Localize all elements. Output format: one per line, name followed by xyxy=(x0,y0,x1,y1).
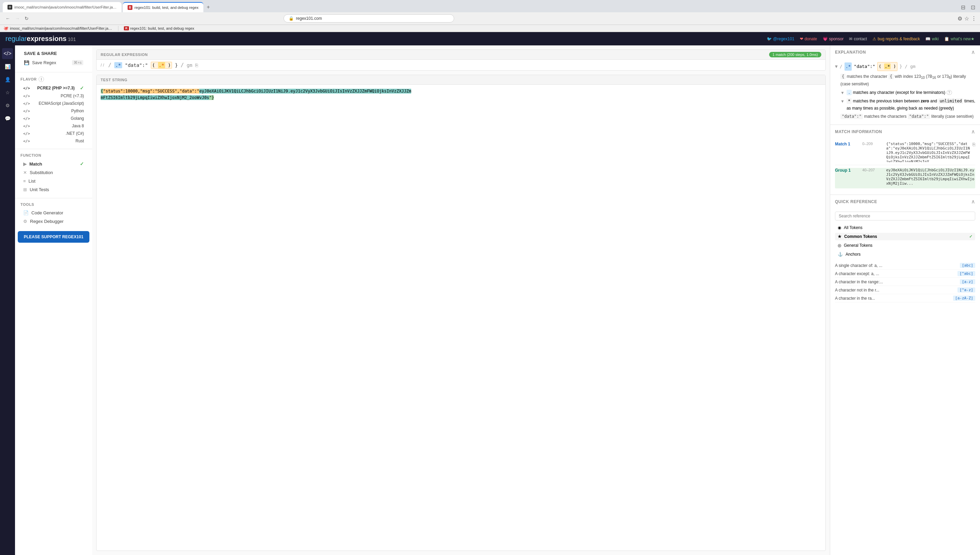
flavor-pcre[interactable]: </> PCRE (<7.3) xyxy=(21,92,86,99)
func-match-label: Match xyxy=(29,162,42,167)
exp-star-content: * matches the previous token between zer… xyxy=(847,98,975,112)
flavor-ecma-icon: </> xyxy=(23,101,30,106)
tab-controls: ⊟ ⊡ xyxy=(959,3,977,11)
flavor-ecma[interactable]: </> ECMAScript (JavaScript) xyxy=(21,99,86,107)
extensions-button[interactable]: ⚙ xyxy=(958,15,962,22)
flavor-rust[interactable]: </> Rust xyxy=(21,137,86,145)
bookmark-regex101[interactable]: R regex101: build, test, and debug regex xyxy=(124,26,194,30)
maximize-button[interactable]: ⊡ xyxy=(969,3,977,11)
flavor-python[interactable]: </> Python xyxy=(21,107,86,115)
func-list-label-group: ≡ List xyxy=(23,178,35,184)
flavor-dotnet[interactable]: </> .NET (C#) xyxy=(21,130,86,137)
nav-wiki-link[interactable]: 📖 wiki xyxy=(926,37,939,41)
exp-zero: zero xyxy=(921,99,929,103)
quick-ref-header[interactable]: QUICK REFERENCE ∧ xyxy=(830,195,980,208)
qr-filter-common-tokens[interactable]: ★ Common Tokens ✓ xyxy=(835,233,975,240)
tools-section: TOOLS 📄 Code Generator ⚙ Regex Debugger xyxy=(15,200,92,228)
tab-github[interactable]: ⚙ imooc_mall/src/main/java/com/imooc/mal… xyxy=(3,2,122,12)
sidebar-icon-settings[interactable]: ⚙ xyxy=(2,100,13,111)
sidebar-icon-star[interactable]: ☆ xyxy=(2,87,13,98)
func-substitution[interactable]: ✕ Substitution xyxy=(21,168,86,177)
explanation-collapse-button[interactable]: ∧ xyxy=(971,49,975,55)
sidebar-icon-user[interactable]: 👤 xyxy=(2,74,13,85)
back-button[interactable]: ← xyxy=(3,14,12,22)
sidebar-icon-feedback[interactable]: 💬 xyxy=(2,113,13,124)
github-icon: 🐙 xyxy=(3,26,8,31)
list-icon: ≡ xyxy=(23,178,26,184)
nav-bug-link[interactable]: ⚠ bug reports & feedback xyxy=(873,37,920,41)
explanation-header[interactable]: EXPLANATION ∧ xyxy=(830,45,980,59)
match1-copy-icon[interactable]: ⎘ xyxy=(972,142,975,147)
support-banner[interactable]: PLEASE SUPPORT REGEX101 xyxy=(18,231,90,243)
qr-filter-anchors[interactable]: ⚓ Anchors xyxy=(835,250,975,258)
func-sub-label: Substitution xyxy=(30,170,53,175)
regex-section-title: REGULAR EXPRESSION xyxy=(101,53,148,57)
match-info-header[interactable]: MATCH INFORMATION ∧ xyxy=(830,125,980,138)
flavor-java8[interactable]: </> Java 8 xyxy=(21,122,86,130)
forward-button[interactable]: → xyxy=(13,14,22,22)
nav-whats-new-link[interactable]: 📋 what's new★ xyxy=(944,37,975,41)
match-info-collapse-button[interactable]: ∧ xyxy=(971,128,975,135)
browser-chrome: ⚙ imooc_mall/src/main/java/com/imooc/mal… xyxy=(0,0,980,32)
nav-sponsor-link[interactable]: 💗 sponsor xyxy=(823,37,844,41)
exp-dot-symbol: . xyxy=(847,90,852,95)
test-string-body[interactable]: {"status":10000,"msg":"SUCCESS","data":"… xyxy=(96,85,825,550)
lock-icon: 🔒 xyxy=(289,16,294,21)
nav-contact-link[interactable]: ✉ contact xyxy=(849,37,867,41)
nav-donate-link[interactable]: ❤ donate xyxy=(800,37,817,41)
address-bar[interactable]: 🔒 regex101.com xyxy=(283,14,454,22)
func-match[interactable]: ▶ Match ✓ xyxy=(21,159,86,168)
exp-collapse-icon[interactable]: ▼ xyxy=(835,63,838,70)
regex-input-row: / / / .* "data":" ( .* ) } / gm ⎘ xyxy=(96,60,825,70)
github-favicon: ⚙ xyxy=(8,5,12,10)
func-unit-tests[interactable]: ⊞ Unit Tests xyxy=(21,185,86,194)
qr-item-0-code: [abc] xyxy=(960,263,975,268)
flavor-golang[interactable]: </> Golang xyxy=(21,115,86,122)
qr-filter-all-tokens[interactable]: ◉ All Tokens xyxy=(835,224,975,231)
explanation-section: EXPLANATION ∧ ▼ / .* "data":" ( .* ) } /… xyxy=(830,45,980,125)
match1-range: 0–209 xyxy=(862,142,886,146)
tab-regex101[interactable]: R regex101: build, test, and debug regex xyxy=(123,2,203,12)
qr-general-tokens-label: General Tokens xyxy=(844,243,873,248)
exp-data-code: "data":" xyxy=(841,114,863,119)
qr-item-2: A character in the range:... [a-z] xyxy=(835,278,975,286)
minimize-button[interactable]: ⊟ xyxy=(959,3,967,11)
regex-flags: gm xyxy=(187,63,192,68)
func-list[interactable]: ≡ List xyxy=(21,177,86,185)
tools-title-label: TOOLS xyxy=(21,202,86,207)
exp-item-star: ▼ * matches the previous token between z… xyxy=(841,98,975,112)
qr-anchors-label: Anchors xyxy=(845,252,861,257)
bookmark-github[interactable]: 🐙 imooc_mall/src/main/java/com/imooc/mal… xyxy=(3,26,113,31)
explanation-body: ▼ / .* "data":" ( .* ) } / gm { matches … xyxy=(830,59,980,125)
tool-code-generator[interactable]: 📄 Code Generator xyxy=(21,209,86,217)
logo-expressions: expressions xyxy=(27,35,67,43)
exp-dot-toggle[interactable]: ▼ xyxy=(841,90,844,96)
exp-brace-code: { xyxy=(841,74,845,79)
quick-ref-collapse-button[interactable]: ∧ xyxy=(971,198,975,205)
save-regex-shortcut: ⌘+s xyxy=(72,60,83,65)
nav-twitter-label: @regex101 xyxy=(773,37,794,41)
toolbar-right: ⚙ ☆ ⋮ xyxy=(958,15,977,22)
bookmark-button[interactable]: ☆ xyxy=(964,15,969,22)
nav-twitter-link[interactable]: 🐦 @regex101 xyxy=(767,37,794,41)
unit-tests-icon: ⊞ xyxy=(23,187,27,192)
bookmarks-bar: 🐙 imooc_mall/src/main/java/com/imooc/mal… xyxy=(0,25,980,32)
quick-ref-search-input[interactable] xyxy=(835,212,975,220)
qr-filter-general-tokens[interactable]: ◎ General Tokens xyxy=(835,242,975,249)
flavor-pcre2[interactable]: </> PCRE2 (PHP >=7.3) ✓ xyxy=(21,84,86,92)
tool-regex-debugger[interactable]: ⚙ Regex Debugger xyxy=(21,217,86,226)
sidebar-icon-code[interactable]: </> xyxy=(2,48,13,59)
qr-item-2-code: [a-z] xyxy=(960,279,975,284)
refresh-button[interactable]: ↻ xyxy=(22,14,31,22)
save-regex-item[interactable]: 💾 Save Regex ⌘+s xyxy=(21,58,86,67)
quick-ref-title: QUICK REFERENCE xyxy=(835,199,877,204)
more-button[interactable]: ⋮ xyxy=(971,15,977,22)
match-info-body: Match 1 0–209 {"status":10000,"msg":"SUC… xyxy=(830,138,980,194)
qr-item-0-desc: A single character of: a, ... xyxy=(835,263,882,268)
regex-copy-button[interactable]: ⎘ xyxy=(195,63,198,68)
new-tab-button[interactable]: + xyxy=(205,3,212,11)
nav-contact-label: contact xyxy=(854,37,867,41)
support-banner-label: PLEASE SUPPORT REGEX101 xyxy=(24,234,83,239)
match-row-1: Match 1 0–209 {"status":10000,"msg":"SUC… xyxy=(835,142,975,165)
sidebar-icon-chart[interactable]: 📊 xyxy=(2,61,13,72)
